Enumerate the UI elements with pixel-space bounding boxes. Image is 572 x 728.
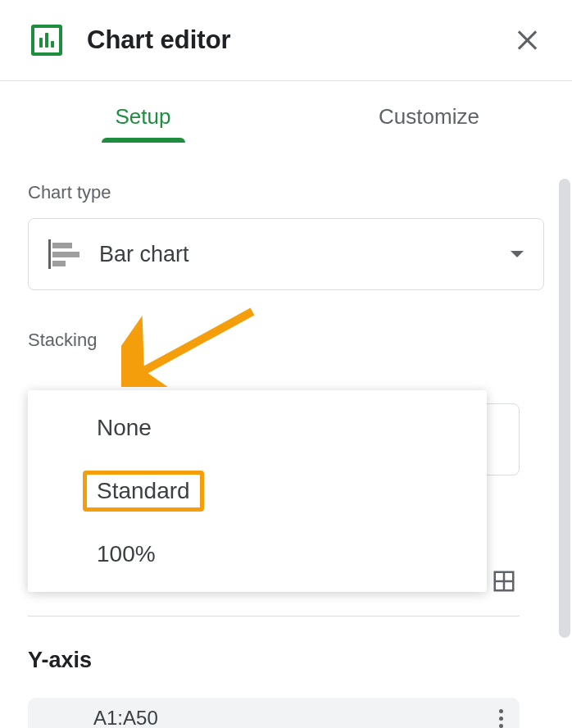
- chart-type-select[interactable]: Bar chart: [28, 218, 544, 290]
- chart-type-label: Chart type: [28, 182, 544, 203]
- chart-editor-panel: Chart editor Setup Customize Chart type …: [0, 0, 572, 728]
- y-axis-range: A1:A50: [93, 707, 158, 728]
- annotation-highlight: Standard: [83, 471, 204, 512]
- stacking-option-standard[interactable]: Standard: [28, 456, 487, 526]
- close-icon[interactable]: [516, 30, 538, 51]
- chart-type-value: Bar chart: [99, 242, 511, 267]
- scrollbar[interactable]: [559, 179, 570, 638]
- setup-content: Chart type Bar chart Stacking: [0, 182, 572, 351]
- select-range-icon[interactable]: [492, 569, 516, 594]
- panel-header: Chart editor: [0, 0, 572, 81]
- stacking-dropdown: None Standard 100%: [28, 390, 487, 592]
- tab-setup[interactable]: Setup: [0, 104, 286, 143]
- y-axis-chip[interactable]: A1:A50: [28, 698, 520, 728]
- stacking-option-none[interactable]: None: [28, 400, 487, 456]
- chevron-down-icon: [511, 251, 524, 257]
- y-axis-title: Y-axis: [28, 648, 520, 673]
- stacking-option-100[interactable]: 100%: [28, 526, 487, 582]
- y-axis-section: Y-axis A1:A50: [28, 648, 520, 728]
- tabs: Setup Customize: [0, 81, 572, 143]
- bar-chart-icon: [48, 243, 78, 266]
- panel-title: Chart editor: [87, 25, 516, 55]
- tab-customize[interactable]: Customize: [286, 104, 572, 143]
- more-icon[interactable]: [499, 709, 503, 728]
- stacking-label: Stacking: [28, 330, 544, 351]
- chart-editor-icon: [31, 25, 62, 56]
